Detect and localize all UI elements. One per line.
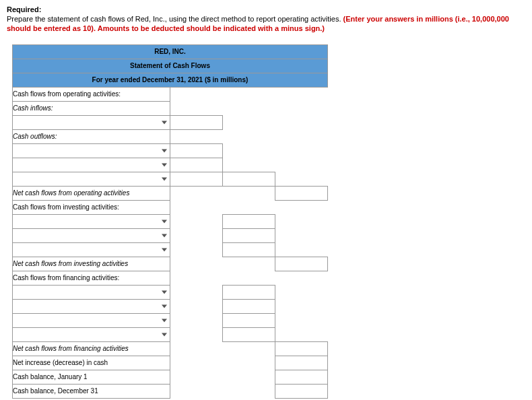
- inv-item-dropdown[interactable]: [13, 214, 170, 228]
- outflow-subtotal-input[interactable]: [223, 172, 275, 186]
- balance-dec-amount[interactable]: [275, 384, 328, 398]
- row-fin-header: Cash flows from financing activities:: [13, 271, 170, 285]
- outflow-amount-input[interactable]: [170, 172, 223, 186]
- cell-blank: [275, 228, 328, 242]
- cell-blank: [223, 143, 275, 158]
- balance-jan-amount[interactable]: [275, 370, 328, 384]
- cell-blank: [275, 200, 328, 214]
- outflow-amount-input[interactable]: [170, 158, 223, 172]
- cell-blank: [170, 87, 223, 101]
- table-title-company: RED, INC.: [13, 44, 328, 59]
- cell-blank: [223, 87, 275, 101]
- cell-blank: [170, 271, 223, 285]
- cashflow-table: RED, INC. Statement of Cash Flows For ye…: [12, 44, 328, 399]
- cell-blank: [275, 242, 328, 257]
- fin-amount-input[interactable]: [223, 313, 275, 327]
- inv-amount-input[interactable]: [223, 242, 275, 257]
- net-fin-amount-input[interactable]: [275, 341, 328, 356]
- fin-amount-input[interactable]: [223, 285, 275, 299]
- inv-amount-input[interactable]: [223, 214, 275, 228]
- cell-blank: [223, 370, 275, 384]
- cell-blank: [223, 200, 275, 214]
- cell-blank: [223, 115, 275, 129]
- cell-blank: [223, 356, 275, 370]
- instructions: Prepare the statement of cash flows of R…: [7, 14, 525, 34]
- cell-blank: [275, 299, 328, 313]
- inflow-item-dropdown[interactable]: [13, 115, 170, 129]
- row-cash-outflows: Cash outflows:: [13, 129, 170, 143]
- cell-blank: [170, 129, 223, 143]
- cell-blank: [223, 186, 275, 200]
- cell-blank: [170, 242, 223, 257]
- inv-amount-input[interactable]: [223, 228, 275, 242]
- row-balance-dec: Cash balance, December 31: [13, 384, 170, 398]
- net-op-amount-input[interactable]: [275, 186, 328, 200]
- cell-blank: [275, 115, 328, 129]
- required-heading: Required:: [7, 5, 525, 13]
- inflow-amount-input[interactable]: [170, 115, 223, 129]
- fin-item-dropdown[interactable]: [13, 313, 170, 327]
- cell-blank: [170, 228, 223, 242]
- row-op-header: Cash flows from operating activities:: [13, 87, 170, 101]
- row-net-inv: Net cash flows from investing activities: [13, 257, 170, 271]
- inv-item-dropdown[interactable]: [13, 228, 170, 242]
- fin-amount-input[interactable]: [223, 299, 275, 313]
- cell-blank: [170, 101, 223, 115]
- cell-blank: [223, 129, 275, 143]
- row-cash-inflows: Cash inflows:: [13, 101, 170, 115]
- net-increase-amount[interactable]: [275, 356, 328, 370]
- outflow-amount-input[interactable]: [170, 143, 223, 158]
- cell-blank: [223, 271, 275, 285]
- row-net-op: Net cash flows from operating activities: [13, 186, 170, 200]
- row-net-fin: Net cash flows from financing activities: [13, 341, 170, 356]
- table-title-period: For year ended December 31, 2021 ($ in m…: [13, 73, 328, 87]
- cell-blank: [223, 341, 275, 356]
- cell-blank: [275, 87, 328, 101]
- outflow-item-dropdown[interactable]: [13, 158, 170, 172]
- cell-blank: [170, 356, 223, 370]
- fin-item-dropdown[interactable]: [13, 285, 170, 299]
- cell-blank: [275, 158, 328, 172]
- net-inv-amount-input[interactable]: [275, 257, 328, 271]
- cell-blank: [275, 214, 328, 228]
- cell-blank: [275, 285, 328, 299]
- cell-blank: [275, 101, 328, 115]
- table-title-statement: Statement of Cash Flows: [13, 59, 328, 73]
- cell-blank: [170, 214, 223, 228]
- cell-blank: [275, 129, 328, 143]
- cell-blank: [275, 143, 328, 158]
- cell-blank: [275, 271, 328, 285]
- cell-blank: [170, 200, 223, 214]
- cell-blank: [275, 313, 328, 327]
- cell-blank: [223, 384, 275, 398]
- inv-item-dropdown[interactable]: [13, 242, 170, 257]
- cell-blank: [170, 257, 223, 271]
- cell-blank: [170, 186, 223, 200]
- cell-blank: [275, 327, 328, 341]
- cell-blank: [223, 101, 275, 115]
- outflow-item-dropdown[interactable]: [13, 143, 170, 158]
- cell-blank: [170, 370, 223, 384]
- cell-blank: [170, 384, 223, 398]
- row-inv-header: Cash flows from investing activities:: [13, 200, 170, 214]
- cell-blank: [170, 327, 223, 341]
- outflow-item-dropdown[interactable]: [13, 172, 170, 186]
- cell-blank: [223, 257, 275, 271]
- cell-blank: [223, 158, 275, 172]
- fin-item-dropdown[interactable]: [13, 327, 170, 341]
- row-net-increase: Net increase (decrease) in cash: [13, 356, 170, 370]
- fin-item-dropdown[interactable]: [13, 299, 170, 313]
- row-balance-jan: Cash balance, January 1: [13, 370, 170, 384]
- cell-blank: [170, 285, 223, 299]
- cell-blank: [170, 299, 223, 313]
- fin-amount-input[interactable]: [223, 327, 275, 341]
- cell-blank: [275, 172, 328, 186]
- cell-blank: [170, 341, 223, 356]
- instruction-plain: Prepare the statement of cash flows of R…: [7, 15, 343, 23]
- cell-blank: [170, 313, 223, 327]
